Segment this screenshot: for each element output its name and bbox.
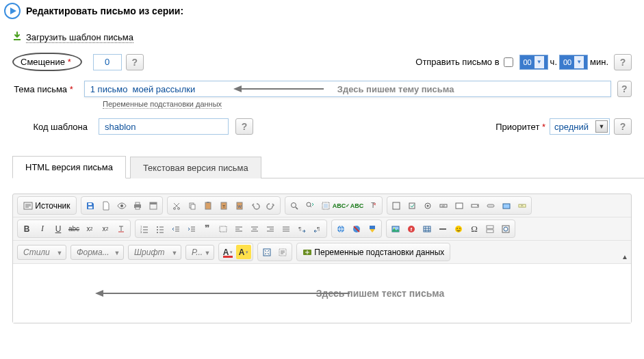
anchor-icon[interactable] <box>365 222 380 236</box>
cut-icon[interactable] <box>169 198 184 213</box>
removeformat2-icon[interactable] <box>114 222 129 236</box>
unlink-icon[interactable] <box>349 222 364 236</box>
showblocks-icon[interactable] <box>275 245 290 259</box>
find-icon[interactable] <box>287 198 302 213</box>
selectall-icon[interactable] <box>318 198 333 213</box>
specialchar-icon[interactable]: Ω <box>467 222 482 236</box>
replace-icon[interactable] <box>302 198 318 213</box>
offset-input[interactable] <box>93 54 122 70</box>
load-template-link[interactable]: Загрузить шаблон письма <box>26 32 133 43</box>
outdent-icon[interactable] <box>168 222 183 236</box>
align-justify-icon[interactable] <box>279 222 294 236</box>
svg-rect-25 <box>324 204 328 208</box>
preview-icon[interactable] <box>114 198 129 213</box>
table-icon[interactable] <box>420 222 435 236</box>
rtl-icon[interactable]: ¶ <box>310 222 325 236</box>
italic-button[interactable]: I <box>35 222 50 236</box>
paste-word-icon[interactable]: W <box>232 198 247 213</box>
align-center-icon[interactable] <box>247 222 262 236</box>
textfield-icon[interactable]: ab <box>436 198 451 213</box>
vars-button[interactable]: Переменные подстановки данных <box>298 245 448 259</box>
priority-select[interactable]: средний ▼ <box>550 118 610 135</box>
textcolor-button[interactable]: A▾ <box>220 245 235 259</box>
svg-text:T: T <box>222 204 225 209</box>
image-icon[interactable] <box>388 222 403 236</box>
strike-button[interactable]: abc <box>66 222 81 236</box>
svg-text:¶: ¶ <box>317 226 320 232</box>
button-icon[interactable] <box>483 198 498 213</box>
toolbar-collapse-icon[interactable]: ▲ <box>621 253 628 261</box>
tab-html-version[interactable]: HTML версия письма <box>12 156 126 178</box>
textarea-icon[interactable] <box>452 198 467 213</box>
help-subject-button[interactable]: ? <box>617 81 632 97</box>
copy-icon[interactable] <box>185 198 200 213</box>
page-title: Редактировать письмо из серии: <box>26 5 183 16</box>
editor-content-area[interactable]: Здесь пишем текст письма <box>13 264 631 323</box>
maximize-icon[interactable] <box>259 245 274 259</box>
svg-point-42 <box>157 226 158 228</box>
svg-rect-45 <box>220 226 227 232</box>
svg-rect-8 <box>136 202 140 204</box>
radio-icon[interactable] <box>420 198 435 213</box>
save-icon[interactable] <box>83 198 98 213</box>
source-button[interactable]: Источник <box>19 198 75 213</box>
blockquote-icon[interactable]: ❞ <box>200 222 215 236</box>
selectfield-icon[interactable] <box>467 198 482 213</box>
link-icon[interactable] <box>333 222 348 236</box>
priority-label: Приоритет <box>495 122 539 132</box>
bulletlist-icon[interactable] <box>153 222 168 236</box>
chevron-down-icon: ▼ <box>574 56 584 68</box>
arrow-annotation <box>235 82 324 94</box>
format-combo[interactable]: Форма...▼ <box>70 245 124 260</box>
help-code-button[interactable]: ? <box>235 118 253 135</box>
pagebreak-icon[interactable] <box>482 222 498 236</box>
send-at-checkbox[interactable] <box>504 57 513 67</box>
bgcolor-button[interactable]: A▾ <box>236 245 251 259</box>
redo-icon[interactable] <box>263 198 279 213</box>
numberedlist-icon[interactable]: 123 <box>137 222 152 236</box>
align-right-icon[interactable] <box>263 222 278 236</box>
styles-combo[interactable]: Стили▼ <box>17 245 66 260</box>
undo-icon[interactable] <box>248 198 263 213</box>
iframe-icon[interactable] <box>498 222 513 236</box>
svg-rect-35 <box>487 204 494 207</box>
template-code-input[interactable] <box>99 118 229 135</box>
hiddenfield-icon[interactable]: H <box>515 198 530 213</box>
help-offset-button[interactable]: ? <box>126 54 144 70</box>
form-icon[interactable] <box>389 198 404 213</box>
templates-icon[interactable] <box>146 198 161 213</box>
subject-vars-link[interactable]: Переменные подстановки данных <box>103 100 222 109</box>
bold-button[interactable]: B <box>19 222 34 236</box>
superscript-button[interactable]: x2 <box>98 222 113 236</box>
removeformat-icon[interactable]: T <box>365 198 381 213</box>
underline-button[interactable]: U <box>51 222 66 236</box>
checkbox-icon[interactable] <box>404 198 420 213</box>
size-combo[interactable]: Р...▼ <box>185 245 214 260</box>
help-priority-button[interactable]: ? <box>614 118 632 135</box>
spellcheck-icon[interactable]: ABC✓ <box>334 198 349 213</box>
arrow-annotation <box>96 293 350 294</box>
hr-icon[interactable] <box>435 222 450 236</box>
tab-text-version[interactable]: Текстовая версия письма <box>130 157 261 178</box>
div-icon[interactable] <box>216 222 231 236</box>
imagebutton-icon[interactable] <box>499 198 514 213</box>
spellcheck-as-you-type-icon[interactable]: ABC <box>350 198 365 213</box>
smiley-icon[interactable] <box>451 222 466 236</box>
svg-rect-33 <box>456 203 463 209</box>
svg-rect-59 <box>487 226 493 228</box>
subscript-button[interactable]: x2 <box>82 222 97 236</box>
ltr-icon[interactable]: ¶ <box>294 222 309 236</box>
hours-select[interactable]: 00▼ <box>519 55 548 70</box>
svg-rect-11 <box>150 202 157 204</box>
minutes-select[interactable]: 00▼ <box>559 55 588 70</box>
svg-rect-55 <box>424 226 430 232</box>
newpage-icon[interactable] <box>99 198 114 213</box>
flash-icon[interactable]: f <box>404 222 419 236</box>
print-icon[interactable] <box>130 198 145 213</box>
paste-text-icon[interactable]: T <box>216 198 231 213</box>
align-left-icon[interactable] <box>231 222 246 236</box>
help-sendat-button[interactable]: ? <box>614 54 632 70</box>
paste-icon[interactable] <box>201 198 216 213</box>
indent-icon[interactable] <box>184 222 199 236</box>
font-combo[interactable]: Шрифт▼ <box>128 245 181 260</box>
